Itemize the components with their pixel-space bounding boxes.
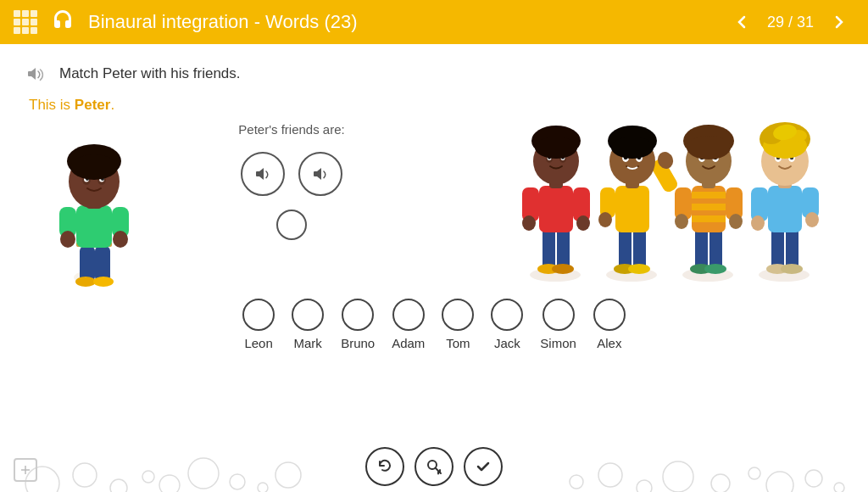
svg-point-88 bbox=[751, 215, 765, 231]
svg-point-107 bbox=[230, 474, 245, 489]
svg-rect-65 bbox=[692, 192, 726, 198]
option-radio-mark[interactable] bbox=[292, 299, 324, 331]
prev-button[interactable] bbox=[726, 7, 757, 37]
svg-point-63 bbox=[704, 264, 726, 274]
main-content: Match Peter with his friends. This is Pe… bbox=[0, 44, 868, 492]
svg-point-106 bbox=[188, 458, 219, 489]
toolbar-buttons bbox=[365, 447, 503, 486]
option-radio-simon[interactable] bbox=[542, 299, 575, 331]
navigation: 29 / 31 bbox=[726, 7, 854, 37]
option-item-jack[interactable]: Jack bbox=[491, 299, 523, 350]
svg-point-89 bbox=[805, 212, 819, 227]
option-label-jack: Jack bbox=[494, 336, 520, 350]
instruction-text: Match Peter with his friends. bbox=[59, 65, 241, 82]
option-radio-bruno[interactable] bbox=[342, 299, 374, 331]
key-button[interactable] bbox=[415, 447, 453, 486]
option-label-bruno: Bruno bbox=[341, 336, 375, 350]
add-icon[interactable] bbox=[14, 458, 37, 482]
svg-rect-82 bbox=[786, 228, 798, 269]
svg-rect-60 bbox=[695, 228, 708, 269]
audio-button-1[interactable] bbox=[241, 152, 285, 196]
svg-point-10 bbox=[113, 231, 128, 248]
check-button[interactable] bbox=[464, 447, 503, 486]
option-item-simon[interactable]: Simon bbox=[540, 299, 576, 350]
svg-point-45 bbox=[628, 264, 650, 274]
bottom-toolbar bbox=[0, 441, 868, 492]
svg-point-25 bbox=[552, 264, 574, 274]
svg-point-20 bbox=[70, 154, 118, 180]
option-label-alex: Alex bbox=[597, 336, 621, 350]
page-title: Binaural integration - Words (23) bbox=[88, 11, 726, 33]
audio-button-2[interactable] bbox=[298, 152, 342, 196]
svg-rect-42 bbox=[619, 228, 632, 269]
option-item-bruno[interactable]: Bruno bbox=[341, 299, 375, 350]
svg-point-102 bbox=[73, 463, 97, 487]
svg-rect-81 bbox=[771, 228, 784, 269]
svg-point-9 bbox=[60, 231, 75, 248]
svg-point-29 bbox=[522, 215, 536, 231]
svg-point-49 bbox=[598, 212, 612, 227]
svg-point-71 bbox=[729, 214, 743, 229]
svg-point-84 bbox=[781, 264, 803, 274]
content-area: This is Peter. bbox=[0, 97, 868, 290]
headphone-icon bbox=[47, 4, 78, 41]
svg-rect-1 bbox=[80, 246, 95, 282]
svg-point-116 bbox=[766, 472, 793, 492]
svg-point-105 bbox=[159, 475, 180, 492]
option-radio-tom[interactable] bbox=[442, 299, 474, 331]
svg-point-115 bbox=[748, 467, 760, 479]
option-radio-leon[interactable] bbox=[242, 299, 275, 331]
group-section bbox=[376, 97, 848, 283]
svg-point-70 bbox=[675, 214, 688, 229]
option-item-leon[interactable]: Leon bbox=[242, 299, 275, 350]
option-item-tom[interactable]: Tom bbox=[442, 299, 474, 350]
option-label-adam: Adam bbox=[392, 336, 425, 350]
svg-point-114 bbox=[711, 474, 730, 492]
option-item-adam[interactable]: Adam bbox=[392, 299, 425, 350]
this-is-label: This is Peter. bbox=[20, 97, 114, 114]
svg-rect-66 bbox=[692, 204, 726, 210]
svg-point-117 bbox=[805, 470, 822, 487]
svg-rect-22 bbox=[542, 228, 555, 269]
svg-point-79 bbox=[687, 136, 731, 159]
svg-point-104 bbox=[142, 471, 154, 483]
page-counter: 29 / 31 bbox=[767, 14, 814, 31]
group-characters bbox=[509, 97, 831, 283]
option-label-tom: Tom bbox=[446, 336, 470, 350]
svg-point-4 bbox=[93, 277, 114, 287]
instruction-speaker-button[interactable] bbox=[20, 59, 49, 88]
grid-icon[interactable] bbox=[14, 10, 37, 34]
svg-point-112 bbox=[637, 480, 652, 492]
svg-rect-67 bbox=[692, 215, 726, 222]
header: Binaural integration - Words (23) 29 / 3… bbox=[0, 0, 868, 44]
svg-point-103 bbox=[110, 479, 127, 492]
svg-point-30 bbox=[576, 215, 590, 231]
svg-point-113 bbox=[663, 461, 693, 492]
option-label-leon: Leon bbox=[244, 336, 272, 350]
option-item-mark[interactable]: Mark bbox=[292, 299, 324, 350]
svg-point-110 bbox=[570, 475, 583, 489]
option-radio-alex[interactable] bbox=[593, 299, 626, 331]
svg-point-111 bbox=[598, 463, 622, 487]
option-radio-adam[interactable] bbox=[392, 299, 425, 331]
peter-name: Peter bbox=[75, 97, 111, 113]
svg-point-108 bbox=[258, 483, 268, 492]
option-label-simon: Simon bbox=[540, 336, 576, 350]
svg-point-109 bbox=[275, 462, 301, 488]
svg-rect-26 bbox=[539, 186, 573, 232]
answer-radio-center[interactable] bbox=[276, 210, 307, 240]
next-button[interactable] bbox=[824, 7, 854, 37]
option-radio-jack[interactable] bbox=[491, 299, 523, 331]
svg-rect-2 bbox=[95, 246, 110, 282]
svg-rect-61 bbox=[709, 228, 722, 269]
peter-section: This is Peter. bbox=[20, 97, 207, 290]
friends-label: Peter's friends are: bbox=[238, 122, 344, 137]
peter-character bbox=[37, 120, 147, 290]
svg-point-40 bbox=[535, 137, 577, 159]
instructions-row: Match Peter with his friends. bbox=[0, 44, 868, 97]
options-row: LeonMarkBrunoAdamTomJackSimonAlex bbox=[0, 290, 868, 350]
svg-rect-6 bbox=[76, 205, 112, 248]
svg-rect-85 bbox=[768, 186, 802, 232]
option-item-alex[interactable]: Alex bbox=[593, 299, 626, 350]
undo-button[interactable] bbox=[365, 447, 404, 486]
